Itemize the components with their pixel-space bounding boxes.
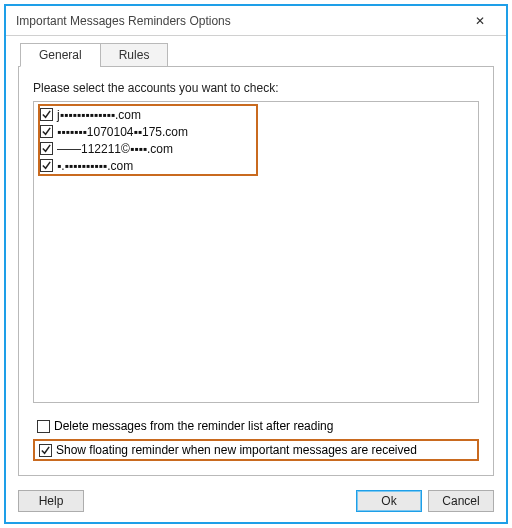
general-panel: Please select the accounts you want to c… (18, 66, 494, 476)
floating-option-label: Show floating reminder when new importan… (56, 443, 417, 457)
account-label: j▪▪▪▪▪▪▪▪▪▪▪▪▪.com (57, 108, 141, 122)
account-row[interactable]: ▪.▪▪▪▪▪▪▪▪▪▪.com (40, 157, 472, 174)
tab-general-label: General (39, 48, 82, 62)
account-label: ▪▪▪▪▪▪▪1070104▪▪175.com (57, 125, 188, 139)
tab-general[interactable]: General (20, 43, 101, 67)
button-spacer (90, 490, 350, 512)
account-label: ▪.▪▪▪▪▪▪▪▪▪▪.com (57, 159, 133, 173)
close-button[interactable]: ✕ (460, 7, 500, 35)
delete-option-label: Delete messages from the reminder list a… (54, 419, 333, 433)
titlebar: Important Messages Reminders Options ✕ (6, 6, 506, 36)
button-row: Help Ok Cancel (6, 484, 506, 522)
check-icon (41, 109, 52, 120)
accounts-prompt: Please select the accounts you want to c… (33, 81, 479, 95)
help-button[interactable]: Help (18, 490, 84, 512)
options-area: Delete messages from the reminder list a… (33, 417, 479, 465)
check-icon (41, 143, 52, 154)
ok-button-label: Ok (381, 494, 396, 508)
ok-button[interactable]: Ok (356, 490, 422, 512)
help-button-label: Help (39, 494, 64, 508)
cancel-button[interactable]: Cancel (428, 490, 494, 512)
account-checkbox[interactable] (40, 108, 53, 121)
dialog-content: General Rules Please select the accounts… (6, 36, 506, 484)
account-checkbox[interactable] (40, 125, 53, 138)
check-icon (41, 126, 52, 137)
dialog-window: Important Messages Reminders Options ✕ G… (4, 4, 508, 524)
tab-rules-label: Rules (119, 48, 150, 62)
floating-checkbox[interactable] (39, 444, 52, 457)
check-icon (41, 160, 52, 171)
floating-option-row[interactable]: Show floating reminder when new importan… (33, 439, 479, 461)
account-checkbox[interactable] (40, 142, 53, 155)
account-checkbox[interactable] (40, 159, 53, 172)
cancel-button-label: Cancel (442, 494, 479, 508)
account-row[interactable]: ——112211©▪▪▪▪.com (40, 140, 472, 157)
account-label: ——112211©▪▪▪▪.com (57, 142, 173, 156)
accounts-listbox[interactable]: j▪▪▪▪▪▪▪▪▪▪▪▪▪.com ▪▪▪▪▪▪▪1070104▪▪175.c… (33, 101, 479, 403)
window-title: Important Messages Reminders Options (16, 14, 460, 28)
tab-rules[interactable]: Rules (100, 43, 169, 67)
account-row[interactable]: j▪▪▪▪▪▪▪▪▪▪▪▪▪.com (40, 106, 472, 123)
close-icon: ✕ (475, 14, 485, 28)
account-row[interactable]: ▪▪▪▪▪▪▪1070104▪▪175.com (40, 123, 472, 140)
delete-option-row[interactable]: Delete messages from the reminder list a… (33, 417, 479, 435)
tabstrip: General Rules (20, 43, 494, 67)
check-icon (40, 445, 51, 456)
delete-checkbox[interactable] (37, 420, 50, 433)
